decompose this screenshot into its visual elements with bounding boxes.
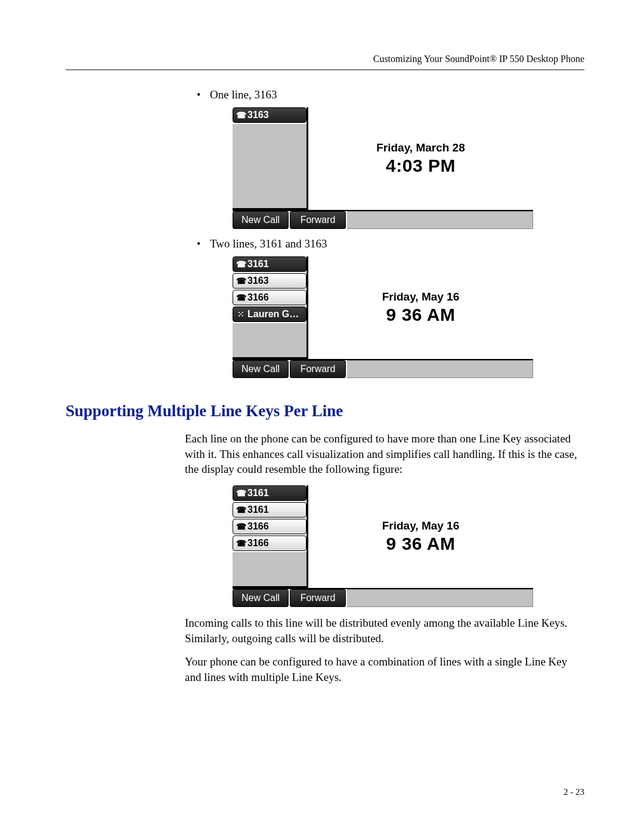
softkey-label: New Call [242,593,280,603]
bullet-dot: • [197,239,210,249]
softkey-padding [347,211,533,229]
idle-date: Friday, May 16 [382,290,460,304]
forward-softkey[interactable]: Forward [290,360,346,378]
line-key-padding [233,124,306,210]
line-key-column: ☎3163 [233,107,308,210]
handset-icon: ☎ [236,110,246,120]
new-call-softkey[interactable]: New Call [233,360,289,378]
bullet-item: • Two lines, 3161 and 3163 [197,237,584,250]
softkey-row: New CallForward [233,359,533,378]
idle-display: Friday, May 169 36 AM [308,256,533,359]
softkey-label: New Call [242,364,280,374]
phone-screen: ☎3163Friday, March 284:03 PMNew CallForw… [233,107,533,229]
line-key-label: 3161 [247,488,269,498]
line-key[interactable]: ☎3163 [233,107,306,123]
line-key[interactable]: ☎3161 [233,502,306,518]
idle-date: Friday, May 16 [382,519,460,532]
figure-two-lines: ☎3161☎3163☎3166⁙Lauren G…Friday, May 169… [233,256,584,378]
line-key[interactable]: ☎3161 [233,256,306,272]
bullet-item: • One line, 3163 [197,88,584,101]
idle-time: 9 36 AM [386,305,456,325]
idle-time: 9 36 AM [386,534,456,554]
body-column: Each line on the phone can be configured… [185,431,584,685]
softkey-row: New CallForward [233,588,533,607]
softkey-label: Forward [301,215,336,225]
new-call-softkey[interactable]: New Call [233,589,289,607]
figure-one-line: ☎3163Friday, March 284:03 PMNew CallForw… [233,107,584,229]
page-number: 2 - 23 [564,787,584,797]
softkey-row: New CallForward [233,210,533,229]
softkey-padding [347,589,533,607]
phone-screen: ☎3161☎3163☎3166⁙Lauren G…Friday, May 169… [233,256,533,378]
paragraph: Each line on the phone can be configured… [185,431,584,477]
line-key-label: 3166 [247,538,269,549]
handset-icon: ☎ [236,293,246,302]
line-key-label: 3163 [247,110,269,120]
bullet-dot: • [197,89,210,100]
handset-icon: ☎ [236,276,246,286]
line-key[interactable]: ☎3166 [233,290,306,305]
figure-multi-keys: ☎3161☎3161☎3166☎3166Friday, May 169 36 A… [233,485,584,607]
softkey-padding [347,360,533,378]
new-call-softkey[interactable]: New Call [233,211,289,229]
paragraph: Your phone can be configured to have a c… [185,654,584,685]
softkey-label: Forward [301,593,336,603]
speed-dial-icon: ⁙ [236,309,246,319]
bullet-text: Two lines, 3161 and 3163 [210,237,327,250]
body-column: • One line, 3163 ☎3163Friday, March 284:… [185,88,584,378]
handset-icon: ☎ [236,538,246,548]
handset-icon: ☎ [236,522,246,531]
handset-icon: ☎ [236,259,246,269]
header-rule [66,69,584,70]
line-key-padding [233,552,306,588]
phone-top-area: ☎3163Friday, March 284:03 PM [233,107,533,210]
line-key[interactable]: ☎3161 [233,485,306,501]
line-key[interactable]: ☎3166 [233,535,306,551]
softkey-label: New Call [242,215,280,225]
section-heading: Supporting Multiple Line Keys Per Line [66,402,584,420]
idle-date: Friday, March 28 [376,141,465,154]
line-key-padding [233,323,306,359]
softkey-label: Forward [301,364,336,374]
handset-icon: ☎ [236,488,246,498]
line-key[interactable]: ☎3166 [233,519,306,534]
line-key-label: 3161 [247,259,269,270]
phone-screen: ☎3161☎3161☎3166☎3166Friday, May 169 36 A… [233,485,533,607]
line-key-column: ☎3161☎3163☎3166⁙Lauren G… [233,256,308,359]
line-key-label: 3166 [247,292,269,303]
phone-top-area: ☎3161☎3161☎3166☎3166Friday, May 169 36 A… [233,485,533,588]
forward-softkey[interactable]: Forward [290,589,346,607]
line-key-label: 3161 [247,504,269,515]
forward-softkey[interactable]: Forward [290,211,346,229]
line-key[interactable]: ⁙Lauren G… [233,306,306,322]
running-header: Customizing Your SoundPoint® IP 550 Desk… [66,54,584,64]
handset-icon: ☎ [236,505,246,515]
line-key-column: ☎3161☎3161☎3166☎3166 [233,485,308,588]
line-key-label: 3166 [247,521,269,532]
idle-display: Friday, May 169 36 AM [308,485,533,588]
line-key-label: Lauren G… [247,309,299,320]
document-page: Customizing Your SoundPoint® IP 550 Desk… [0,0,644,833]
bullet-text: One line, 3163 [210,88,277,101]
idle-display: Friday, March 284:03 PM [308,107,533,210]
phone-top-area: ☎3161☎3163☎3166⁙Lauren G…Friday, May 169… [233,256,533,359]
line-key-label: 3163 [247,275,269,286]
paragraph: Incoming calls to this line will be dist… [185,615,584,646]
idle-time: 4:03 PM [386,156,456,176]
line-key[interactable]: ☎3163 [233,273,306,289]
